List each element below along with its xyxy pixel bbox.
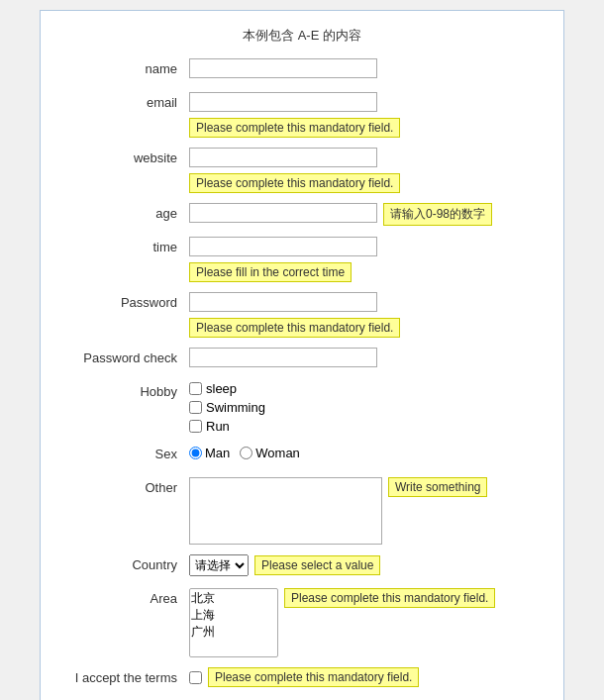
- password-row: Password Please complete this mandatory …: [60, 292, 544, 338]
- terms-input-row: Please complete this mandatory field.: [189, 667, 544, 687]
- hobby-swimming-checkbox[interactable]: [189, 401, 202, 414]
- sex-man-item[interactable]: Man: [189, 446, 230, 460]
- area-row: Area 北京 上海 广州 Please complete this manda…: [60, 588, 544, 657]
- age-input[interactable]: [189, 203, 377, 223]
- area-error: Please complete this mandatory field.: [284, 588, 495, 608]
- other-label: Other: [60, 477, 189, 495]
- website-label: website: [60, 148, 189, 165]
- form-container: 本例包含 A-E 的内容 name email Please complete …: [40, 10, 564, 700]
- country-error: Please select a value: [254, 555, 380, 575]
- country-label: Country: [60, 554, 189, 572]
- hobby-label: Hobby: [60, 381, 189, 399]
- password-field: Please complete this mandatory field.: [189, 292, 544, 338]
- hobby-sleep-checkbox[interactable]: [189, 382, 202, 395]
- time-row: time Please fill in the correct time: [60, 237, 544, 282]
- hobby-checkbox-group: sleep Swimming Run: [189, 381, 265, 434]
- area-label: Area: [60, 588, 189, 606]
- password-check-field: [189, 348, 544, 367]
- age-error: 请输入0-98的数字: [383, 203, 492, 226]
- hobby-sleep-item[interactable]: sleep: [189, 381, 265, 396]
- sex-radio-group: Man Woman: [189, 444, 300, 460]
- area-option-beijing[interactable]: 北京: [191, 590, 276, 607]
- website-error: Please complete this mandatory field.: [189, 173, 400, 193]
- password-input[interactable]: [189, 292, 377, 312]
- area-option-shanghai[interactable]: 上海: [191, 607, 276, 624]
- terms-row: I accept the terms Please complete this …: [60, 667, 544, 691]
- area-listbox[interactable]: 北京 上海 广州: [189, 588, 278, 657]
- age-field: 请输入0-98的数字: [189, 203, 544, 226]
- terms-field: Please complete this mandatory field.: [189, 667, 544, 687]
- terms-checkbox[interactable]: [189, 671, 202, 684]
- password-error: Please complete this mandatory field.: [189, 318, 400, 338]
- email-input[interactable]: [189, 92, 377, 112]
- email-error: Please complete this mandatory field.: [189, 118, 400, 138]
- email-field: Please complete this mandatory field.: [189, 92, 544, 138]
- country-row: Country 请选择 Please select a value: [60, 554, 544, 578]
- time-input[interactable]: [189, 237, 377, 256]
- sex-woman-item[interactable]: Woman: [240, 446, 300, 460]
- hobby-sleep-label: sleep: [206, 381, 237, 396]
- terms-label: I accept the terms: [60, 667, 189, 685]
- name-input[interactable]: [189, 58, 377, 78]
- name-label: name: [60, 58, 189, 76]
- sex-field: Man Woman: [189, 444, 544, 460]
- hobby-swimming-item[interactable]: Swimming: [189, 400, 265, 415]
- time-field: Please fill in the correct time: [189, 237, 544, 282]
- time-error: Please fill in the correct time: [189, 262, 352, 282]
- area-field: 北京 上海 广州 Please complete this mandatory …: [189, 588, 544, 657]
- email-row: email Please complete this mandatory fie…: [60, 92, 544, 138]
- sex-row: Sex Man Woman: [60, 444, 544, 467]
- website-input[interactable]: [189, 148, 377, 167]
- age-label: age: [60, 203, 189, 221]
- password-check-row: Password check: [60, 348, 544, 371]
- website-row: website Please complete this mandatory f…: [60, 148, 544, 193]
- sex-woman-label: Woman: [255, 446, 300, 460]
- hobby-row: Hobby sleep Swimming Run: [60, 381, 544, 434]
- sex-man-label: Man: [205, 446, 230, 460]
- age-row: age 请输入0-98的数字: [60, 203, 544, 227]
- country-select[interactable]: 请选择: [189, 554, 249, 576]
- email-label: email: [60, 92, 189, 110]
- password-label: Password: [60, 292, 189, 310]
- other-field: Write something: [189, 477, 544, 545]
- other-row: Other Write something: [60, 477, 544, 545]
- password-check-label: Password check: [60, 348, 189, 365]
- sex-woman-radio[interactable]: [240, 447, 252, 459]
- country-select-wrapper: 请选择 Please select a value: [189, 554, 380, 576]
- password-check-input[interactable]: [189, 348, 377, 367]
- area-option-guangzhou[interactable]: 广州: [191, 624, 276, 641]
- other-hint: Write something: [388, 477, 487, 497]
- name-row: name: [60, 58, 544, 82]
- other-textarea[interactable]: [189, 477, 382, 545]
- name-field: [189, 58, 544, 78]
- hobby-field: sleep Swimming Run: [189, 381, 544, 434]
- website-field: Please complete this mandatory field.: [189, 148, 544, 193]
- hobby-run-label: Run: [206, 419, 230, 434]
- country-field: 请选择 Please select a value: [189, 554, 544, 576]
- time-label: time: [60, 237, 189, 254]
- hobby-run-checkbox[interactable]: [189, 420, 202, 433]
- terms-error: Please complete this mandatory field.: [208, 667, 419, 687]
- hobby-swimming-label: Swimming: [206, 400, 265, 415]
- sex-label: Sex: [60, 444, 189, 461]
- sex-man-radio[interactable]: [189, 447, 202, 459]
- form-title: 本例包含 A-E 的内容: [60, 27, 544, 45]
- hobby-run-item[interactable]: Run: [189, 419, 265, 434]
